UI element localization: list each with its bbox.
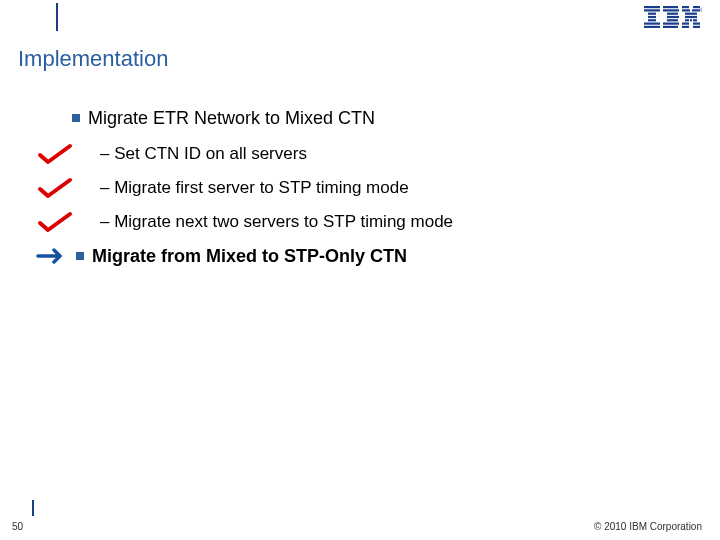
- svg-rect-15: [693, 6, 700, 8]
- sub-item-2: – Migrate first server to STP timing mod…: [36, 177, 690, 199]
- checkmark-icon: [36, 143, 74, 165]
- content-area: Migrate ETR Network to Mixed CTN – Set C…: [72, 108, 690, 275]
- svg-rect-8: [663, 9, 679, 11]
- svg-rect-19: [691, 13, 697, 15]
- sub-item-3: – Migrate next two servers to STP timing…: [36, 211, 690, 233]
- svg-rect-13: [663, 26, 678, 28]
- bullet-2-row: Migrate from Mixed to STP-Only CTN: [36, 245, 690, 267]
- footer-divider: [32, 500, 34, 516]
- arrow-right-icon: [36, 245, 70, 267]
- svg-rect-3: [648, 16, 656, 18]
- svg-rect-12: [663, 23, 679, 25]
- svg-rect-24: [682, 23, 689, 25]
- sub-3-text: – Migrate next two servers to STP timing…: [100, 212, 453, 232]
- svg-rect-14: [682, 6, 689, 8]
- svg-rect-0: [644, 6, 660, 8]
- svg-rect-17: [692, 9, 700, 11]
- svg-rect-20: [685, 16, 697, 18]
- footer: 50 © 2010 IBM Corporation: [0, 500, 720, 540]
- svg-text:®: ®: [700, 7, 702, 13]
- svg-rect-5: [644, 23, 660, 25]
- checkmark-icon: [36, 211, 74, 233]
- svg-rect-6: [644, 26, 660, 28]
- svg-rect-27: [693, 26, 700, 28]
- svg-rect-9: [667, 13, 678, 15]
- sub-1-text: – Set CTN ID on all servers: [100, 144, 307, 164]
- svg-rect-26: [682, 26, 689, 28]
- svg-rect-2: [648, 13, 656, 15]
- svg-rect-11: [667, 19, 678, 21]
- sub-item-1: – Set CTN ID on all servers: [36, 143, 690, 165]
- square-bullet-icon: [72, 114, 80, 122]
- copyright-text: © 2010 IBM Corporation: [594, 521, 702, 532]
- svg-rect-22: [690, 19, 692, 21]
- svg-rect-25: [693, 23, 700, 25]
- slide-title: Implementation: [18, 46, 168, 72]
- bullet-1: Migrate ETR Network to Mixed CTN: [72, 108, 690, 129]
- svg-rect-16: [682, 9, 690, 11]
- svg-rect-23: [693, 19, 697, 21]
- svg-rect-1: [644, 9, 660, 11]
- svg-rect-10: [667, 16, 679, 18]
- svg-rect-7: [663, 6, 678, 8]
- top-bar: ®: [0, 0, 720, 36]
- svg-rect-21: [685, 19, 689, 21]
- top-divider: [56, 3, 58, 31]
- bullet-2-text: Migrate from Mixed to STP-Only CTN: [92, 246, 407, 267]
- page-number: 50: [12, 521, 23, 532]
- checkmark-icon: [36, 177, 74, 199]
- ibm-logo: ®: [644, 6, 702, 32]
- square-bullet-icon: [76, 252, 84, 260]
- svg-rect-4: [648, 19, 656, 21]
- sub-2-text: – Migrate first server to STP timing mod…: [100, 178, 409, 198]
- svg-rect-18: [685, 13, 691, 15]
- bullet-1-text: Migrate ETR Network to Mixed CTN: [88, 108, 375, 129]
